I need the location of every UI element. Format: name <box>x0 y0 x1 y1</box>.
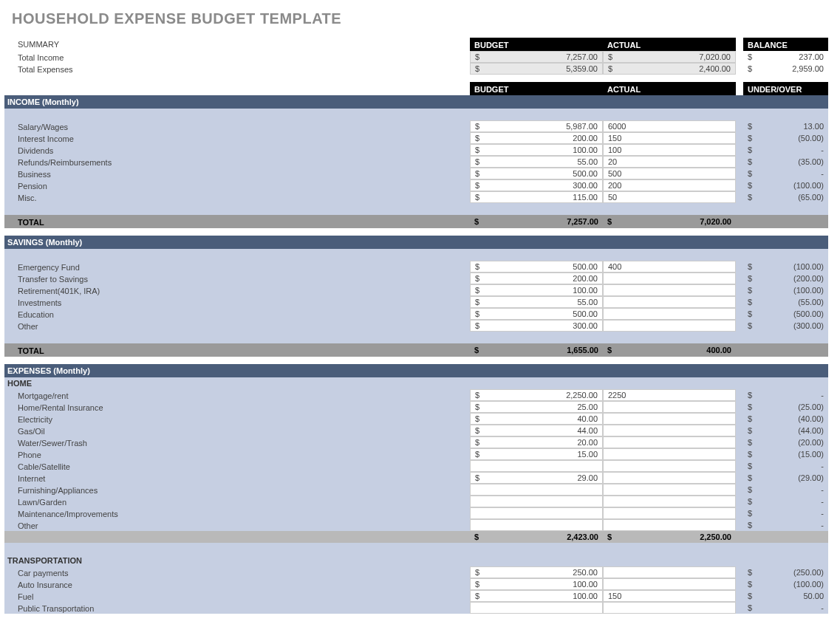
income-total-label: TOTAL <box>4 215 470 228</box>
income-row-budget-cell[interactable]: $100.00 <box>470 144 603 156</box>
transport-row-budget-cell[interactable] <box>470 602 603 614</box>
transport-row-underover: $(250.00) <box>743 566 828 578</box>
home-row-label: Gas/Oil <box>4 425 470 436</box>
home-row-budget-cell[interactable] <box>470 519 603 531</box>
income-row-label: Dividends <box>4 144 470 156</box>
income-row-actual-cell[interactable]: $150 <box>603 132 736 144</box>
savings-row-actual-cell[interactable] <box>603 273 736 284</box>
home-row-actual-cell[interactable] <box>603 401 736 413</box>
home-row-budget-cell[interactable]: $25.00 <box>470 401 603 413</box>
home-row-underover: $(20.00) <box>743 436 828 448</box>
home-row-underover: $(44.00) <box>743 425 828 436</box>
transport-row-label: Car payments <box>4 566 470 578</box>
income-row-label: Pension <box>4 179 470 191</box>
home-row-budget-cell[interactable] <box>470 460 603 472</box>
transport-row-label: Fuel <box>4 590 470 602</box>
savings-row-actual-cell[interactable] <box>603 320 736 332</box>
home-row-budget-cell[interactable]: $40.00 <box>470 413 603 425</box>
home-row-actual-cell[interactable]: $2250 <box>603 389 736 401</box>
transport-row-actual-cell[interactable] <box>603 602 736 614</box>
summary-actual[interactable]: $7,020.00 <box>603 51 736 63</box>
col-header-actual: ACTUAL <box>603 82 736 95</box>
income-row-actual-cell[interactable]: $100 <box>603 144 736 156</box>
savings-row-actual-cell[interactable]: $400 <box>603 261 736 273</box>
savings-total-label: TOTAL <box>4 343 470 357</box>
savings-row-underover: $(300.00) <box>743 320 828 332</box>
income-row-actual-cell[interactable]: $20 <box>603 156 736 168</box>
savings-row-underover: $(100.00) <box>743 261 828 273</box>
transport-row-budget-cell[interactable]: $100.00 <box>470 590 603 602</box>
home-row-actual-cell[interactable] <box>603 413 736 425</box>
home-row-actual-cell[interactable] <box>603 436 736 448</box>
income-row-label: Salary/Wages <box>4 120 470 132</box>
summary-budget[interactable]: $5,359.00 <box>470 63 603 75</box>
income-row-actual-cell[interactable]: $200 <box>603 179 736 191</box>
home-subtotal-budget: $2,423.00 <box>470 531 603 543</box>
home-row-label: Lawn/Garden <box>4 496 470 507</box>
home-row-label: Maintenance/Improvements <box>4 507 470 519</box>
transport-row-actual-cell[interactable]: $150 <box>603 590 736 602</box>
income-row-actual-cell[interactable]: $50 <box>603 191 736 203</box>
home-row-actual-cell[interactable] <box>603 519 736 531</box>
summary-balance: $237.00 <box>743 51 828 63</box>
savings-row-budget-cell[interactable]: $500.00 <box>470 261 603 273</box>
income-row-budget-cell[interactable]: $115.00 <box>470 191 603 203</box>
summary-budget[interactable]: $7,257.00 <box>470 51 603 63</box>
home-row-label: Electricity <box>4 413 470 425</box>
home-row-actual-cell[interactable] <box>603 460 736 472</box>
transport-row-budget-cell[interactable]: $100.00 <box>470 578 603 590</box>
transport-row-label: Public Transportation <box>4 602 470 614</box>
home-row-actual-cell[interactable] <box>603 496 736 507</box>
savings-row-budget-cell[interactable]: $500.00 <box>470 308 603 320</box>
income-row-budget-cell[interactable]: $5,987.00 <box>470 120 603 132</box>
savings-total-actual: $400.00 <box>603 343 736 357</box>
home-row-budget-cell[interactable] <box>470 496 603 507</box>
transport-row-budget-cell[interactable]: $250.00 <box>470 566 603 578</box>
income-row-budget-cell[interactable]: $300.00 <box>470 179 603 191</box>
savings-row-label: Retirement(401K, IRA) <box>4 284 470 296</box>
savings-row-actual-cell[interactable] <box>603 284 736 296</box>
savings-row-label: Other <box>4 320 470 332</box>
header-budget: BUDGET <box>470 38 603 51</box>
home-row-budget-cell[interactable]: $15.00 <box>470 448 603 460</box>
home-row-underover: $- <box>743 484 828 496</box>
transport-row-actual-cell[interactable] <box>603 578 736 590</box>
savings-row-actual-cell[interactable] <box>603 296 736 308</box>
income-row-budget-cell[interactable]: $55.00 <box>470 156 603 168</box>
home-row-actual-cell[interactable] <box>603 472 736 484</box>
home-row-label: Mortgage/rent <box>4 389 470 401</box>
home-row-actual-cell[interactable] <box>603 448 736 460</box>
savings-row-budget-cell[interactable]: $300.00 <box>470 320 603 332</box>
transport-row-underover: $- <box>743 602 828 614</box>
header-balance: BALANCE <box>743 38 828 51</box>
transport-row-actual-cell[interactable] <box>603 566 736 578</box>
savings-row-budget-cell[interactable]: $200.00 <box>470 273 603 284</box>
home-row-underover: $(40.00) <box>743 413 828 425</box>
income-row-underover: $(50.00) <box>743 132 828 144</box>
home-row-budget-cell[interactable] <box>470 507 603 519</box>
income-row-underover: $- <box>743 168 828 179</box>
income-row-budget-cell[interactable]: $200.00 <box>470 132 603 144</box>
summary-actual[interactable]: $2,400.00 <box>603 63 736 75</box>
home-row-budget-cell[interactable]: $29.00 <box>470 472 603 484</box>
savings-row-underover: $(500.00) <box>743 308 828 320</box>
home-row-budget-cell[interactable] <box>470 484 603 496</box>
home-row-actual-cell[interactable] <box>603 425 736 436</box>
income-row-actual-cell[interactable]: $500 <box>603 168 736 179</box>
section-savings: SAVINGS (Monthly) <box>4 236 828 249</box>
home-row-budget-cell[interactable]: $2,250.00 <box>470 389 603 401</box>
home-row-budget-cell[interactable]: $20.00 <box>470 436 603 448</box>
savings-row-budget-cell[interactable]: $100.00 <box>470 284 603 296</box>
income-row-budget-cell[interactable]: $500.00 <box>470 168 603 179</box>
col-header-underover: UNDER/OVER <box>743 82 828 95</box>
home-row-budget-cell[interactable]: $44.00 <box>470 425 603 436</box>
income-row-label: Business <box>4 168 470 179</box>
home-row-underover: $- <box>743 460 828 472</box>
summary-label: SUMMARY <box>4 38 470 49</box>
savings-row-budget-cell[interactable]: $55.00 <box>470 296 603 308</box>
savings-row-actual-cell[interactable] <box>603 308 736 320</box>
home-row-underover: $(15.00) <box>743 448 828 460</box>
home-row-actual-cell[interactable] <box>603 507 736 519</box>
home-row-actual-cell[interactable] <box>603 484 736 496</box>
income-row-actual-cell[interactable]: $6000 <box>603 120 736 132</box>
